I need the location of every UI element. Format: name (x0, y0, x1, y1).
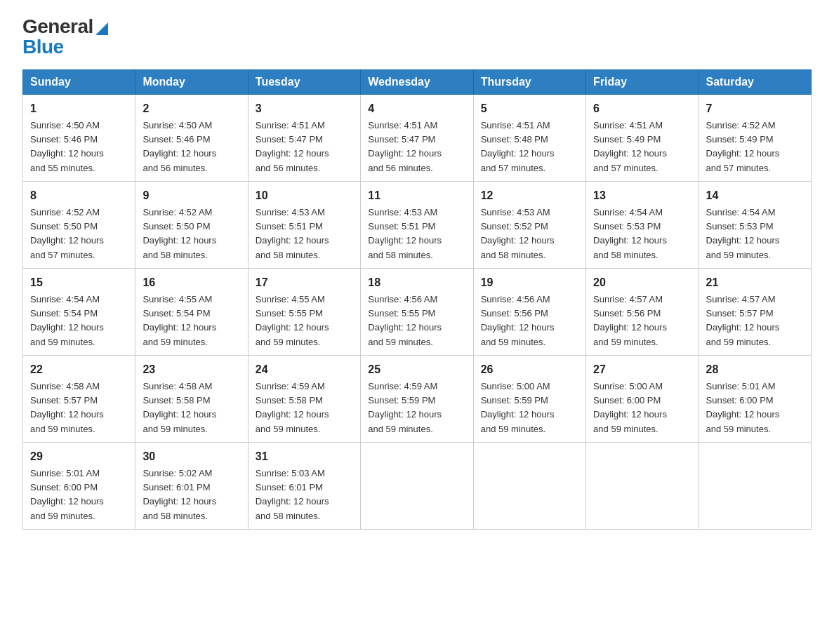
day-info: Sunrise: 4:51 AMSunset: 5:47 PMDaylight:… (256, 120, 329, 173)
day-info: Sunrise: 4:58 AMSunset: 5:58 PMDaylight:… (143, 381, 216, 434)
calendar-week-row: 8 Sunrise: 4:52 AMSunset: 5:50 PMDayligh… (23, 181, 812, 268)
calendar-cell: 11 Sunrise: 4:53 AMSunset: 5:51 PMDaylig… (361, 181, 473, 268)
day-number: 4 (368, 100, 465, 117)
calendar-cell: 20 Sunrise: 4:57 AMSunset: 5:56 PMDaylig… (586, 268, 699, 355)
day-number: 24 (256, 361, 353, 378)
calendar-cell: 16 Sunrise: 4:55 AMSunset: 5:54 PMDaylig… (135, 268, 248, 355)
calendar-cell: 26 Sunrise: 5:00 AMSunset: 5:59 PMDaylig… (473, 355, 585, 442)
day-number: 30 (143, 448, 240, 465)
day-number: 28 (706, 361, 804, 378)
day-info: Sunrise: 5:03 AMSunset: 6:01 PMDaylight:… (256, 468, 329, 521)
weekday-header-wednesday: Wednesday (361, 69, 473, 94)
day-number: 10 (256, 187, 353, 204)
day-info: Sunrise: 4:52 AMSunset: 5:50 PMDaylight:… (143, 207, 216, 260)
day-number: 13 (593, 187, 691, 204)
day-info: Sunrise: 5:00 AMSunset: 5:59 PMDaylight:… (481, 381, 555, 434)
weekday-header-thursday: Thursday (473, 69, 585, 94)
calendar-cell: 1 Sunrise: 4:50 AMSunset: 5:46 PMDayligh… (23, 94, 135, 181)
day-number: 8 (30, 187, 128, 204)
day-number: 9 (143, 187, 240, 204)
day-number: 16 (143, 274, 240, 291)
calendar-cell: 13 Sunrise: 4:54 AMSunset: 5:53 PMDaylig… (586, 181, 699, 268)
day-number: 26 (481, 361, 578, 378)
weekday-header-sunday: Sunday (23, 69, 135, 94)
calendar-cell: 30 Sunrise: 5:02 AMSunset: 6:01 PMDaylig… (135, 442, 248, 529)
calendar-table: SundayMondayTuesdayWednesdayThursdayFrid… (22, 69, 812, 530)
weekday-header-saturday: Saturday (699, 69, 811, 94)
calendar-cell: 27 Sunrise: 5:00 AMSunset: 6:00 PMDaylig… (586, 355, 699, 442)
calendar-week-row: 15 Sunrise: 4:54 AMSunset: 5:54 PMDaylig… (23, 268, 812, 355)
day-info: Sunrise: 4:57 AMSunset: 5:57 PMDaylight:… (706, 294, 780, 347)
calendar-cell: 17 Sunrise: 4:55 AMSunset: 5:55 PMDaylig… (248, 268, 360, 355)
calendar-body: 1 Sunrise: 4:50 AMSunset: 5:46 PMDayligh… (23, 94, 812, 529)
svg-marker-0 (95, 22, 108, 35)
calendar-cell (586, 442, 699, 529)
day-info: Sunrise: 4:54 AMSunset: 5:54 PMDaylight:… (30, 294, 104, 347)
calendar-cell: 6 Sunrise: 4:51 AMSunset: 5:49 PMDayligh… (586, 94, 699, 181)
day-info: Sunrise: 4:56 AMSunset: 5:56 PMDaylight:… (481, 294, 555, 347)
day-number: 11 (368, 187, 465, 204)
day-number: 29 (30, 448, 128, 465)
day-info: Sunrise: 4:53 AMSunset: 5:51 PMDaylight:… (256, 207, 329, 260)
day-number: 18 (368, 274, 465, 291)
calendar-cell: 9 Sunrise: 4:52 AMSunset: 5:50 PMDayligh… (135, 181, 248, 268)
day-info: Sunrise: 4:54 AMSunset: 5:53 PMDaylight:… (706, 207, 780, 260)
day-info: Sunrise: 5:02 AMSunset: 6:01 PMDaylight:… (143, 468, 216, 521)
calendar-cell: 8 Sunrise: 4:52 AMSunset: 5:50 PMDayligh… (23, 181, 135, 268)
calendar-cell: 23 Sunrise: 4:58 AMSunset: 5:58 PMDaylig… (135, 355, 248, 442)
day-info: Sunrise: 4:51 AMSunset: 5:48 PMDaylight:… (481, 120, 555, 173)
calendar-cell: 18 Sunrise: 4:56 AMSunset: 5:55 PMDaylig… (361, 268, 473, 355)
logo-blue-text: Blue (22, 36, 108, 58)
weekday-header-tuesday: Tuesday (248, 69, 360, 94)
calendar-cell: 25 Sunrise: 4:59 AMSunset: 5:59 PMDaylig… (361, 355, 473, 442)
calendar-cell: 7 Sunrise: 4:52 AMSunset: 5:49 PMDayligh… (699, 94, 811, 181)
day-number: 6 (593, 100, 691, 117)
day-info: Sunrise: 4:51 AMSunset: 5:49 PMDaylight:… (593, 120, 667, 173)
day-number: 25 (368, 361, 465, 378)
calendar-cell: 19 Sunrise: 4:56 AMSunset: 5:56 PMDaylig… (473, 268, 585, 355)
calendar-cell: 31 Sunrise: 5:03 AMSunset: 6:01 PMDaylig… (248, 442, 360, 529)
calendar-cell: 2 Sunrise: 4:50 AMSunset: 5:46 PMDayligh… (135, 94, 248, 181)
day-number: 20 (593, 274, 691, 291)
calendar-week-row: 22 Sunrise: 4:58 AMSunset: 5:57 PMDaylig… (23, 355, 812, 442)
logo-triangle-icon (95, 20, 108, 35)
day-info: Sunrise: 4:54 AMSunset: 5:53 PMDaylight:… (593, 207, 667, 260)
calendar-week-row: 1 Sunrise: 4:50 AMSunset: 5:46 PMDayligh… (23, 94, 812, 181)
day-number: 22 (30, 361, 128, 378)
calendar-cell: 15 Sunrise: 4:54 AMSunset: 5:54 PMDaylig… (23, 268, 135, 355)
day-number: 15 (30, 274, 128, 291)
day-info: Sunrise: 4:53 AMSunset: 5:52 PMDaylight:… (481, 207, 555, 260)
day-number: 12 (481, 187, 578, 204)
day-number: 1 (30, 100, 128, 117)
day-info: Sunrise: 4:59 AMSunset: 5:58 PMDaylight:… (256, 381, 329, 434)
calendar-cell: 28 Sunrise: 5:01 AMSunset: 6:00 PMDaylig… (699, 355, 811, 442)
day-number: 19 (481, 274, 578, 291)
calendar-cell (473, 442, 585, 529)
day-info: Sunrise: 4:50 AMSunset: 5:46 PMDaylight:… (30, 120, 104, 173)
day-number: 23 (143, 361, 240, 378)
day-number: 2 (143, 100, 240, 117)
day-number: 3 (256, 100, 353, 117)
day-info: Sunrise: 5:00 AMSunset: 6:00 PMDaylight:… (593, 381, 667, 434)
day-number: 27 (593, 361, 691, 378)
day-info: Sunrise: 5:01 AMSunset: 6:00 PMDaylight:… (706, 381, 780, 434)
day-info: Sunrise: 4:51 AMSunset: 5:47 PMDaylight:… (368, 120, 442, 173)
day-number: 5 (481, 100, 578, 117)
calendar-cell: 21 Sunrise: 4:57 AMSunset: 5:57 PMDaylig… (699, 268, 811, 355)
calendar-cell: 4 Sunrise: 4:51 AMSunset: 5:47 PMDayligh… (361, 94, 473, 181)
day-number: 7 (706, 100, 804, 117)
day-info: Sunrise: 4:55 AMSunset: 5:54 PMDaylight:… (143, 294, 216, 347)
day-info: Sunrise: 4:59 AMSunset: 5:59 PMDaylight:… (368, 381, 442, 434)
day-info: Sunrise: 4:55 AMSunset: 5:55 PMDaylight:… (256, 294, 329, 347)
calendar-cell: 14 Sunrise: 4:54 AMSunset: 5:53 PMDaylig… (699, 181, 811, 268)
day-info: Sunrise: 4:56 AMSunset: 5:55 PMDaylight:… (368, 294, 442, 347)
calendar-cell: 12 Sunrise: 4:53 AMSunset: 5:52 PMDaylig… (473, 181, 585, 268)
day-info: Sunrise: 4:52 AMSunset: 5:50 PMDaylight:… (30, 207, 104, 260)
calendar-cell: 5 Sunrise: 4:51 AMSunset: 5:48 PMDayligh… (473, 94, 585, 181)
day-info: Sunrise: 4:57 AMSunset: 5:56 PMDaylight:… (593, 294, 667, 347)
calendar-header: SundayMondayTuesdayWednesdayThursdayFrid… (23, 69, 812, 94)
weekday-header-friday: Friday (586, 69, 699, 94)
calendar-cell: 24 Sunrise: 4:59 AMSunset: 5:58 PMDaylig… (248, 355, 360, 442)
calendar-cell: 10 Sunrise: 4:53 AMSunset: 5:51 PMDaylig… (248, 181, 360, 268)
weekday-header-monday: Monday (135, 69, 248, 94)
